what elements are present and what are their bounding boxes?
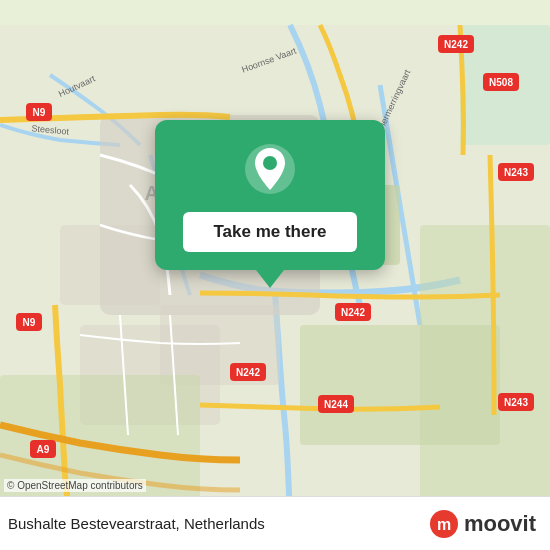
- svg-text:N9: N9: [33, 107, 46, 118]
- take-me-there-button[interactable]: Take me there: [183, 212, 356, 252]
- svg-text:N243: N243: [504, 167, 528, 178]
- svg-text:N242: N242: [236, 367, 260, 378]
- location-name: Bushalte Bestevearstraat, Netherlands: [8, 515, 265, 532]
- svg-text:A9: A9: [37, 444, 50, 455]
- svg-text:N508: N508: [489, 77, 513, 88]
- moovit-logo-text: moovit: [464, 511, 536, 537]
- popup-card: Take me there: [155, 120, 385, 270]
- location-pin-icon: [243, 142, 297, 196]
- moovit-logo-mark: m: [429, 509, 459, 539]
- svg-text:N244: N244: [324, 399, 348, 410]
- svg-rect-8: [420, 225, 550, 525]
- svg-text:N9: N9: [23, 317, 36, 328]
- map-container: N9 N242 N508 N9 N242 N243 N243 N244 A9 H…: [0, 0, 550, 550]
- svg-text:N243: N243: [504, 397, 528, 408]
- svg-text:m: m: [437, 516, 451, 533]
- osm-copyright: © OpenStreetMap contributors: [4, 479, 146, 492]
- svg-point-37: [263, 156, 277, 170]
- svg-text:N242: N242: [341, 307, 365, 318]
- moovit-logo: m moovit: [429, 509, 536, 539]
- bottom-bar: Bushalte Bestevearstraat, Netherlands m …: [0, 496, 550, 550]
- svg-text:N242: N242: [444, 39, 468, 50]
